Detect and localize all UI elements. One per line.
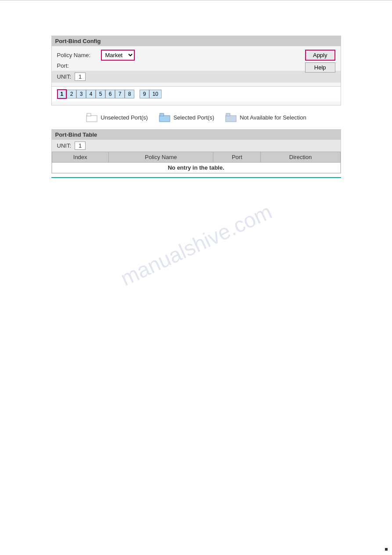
col-policy-name: Policy Name — [108, 152, 213, 163]
policy-name-dropdown[interactable]: Market Default Custom — [102, 51, 134, 60]
table-unit-row: UNIT: 1 — [52, 140, 341, 152]
table-section-title: Port-Bind Table — [52, 130, 341, 140]
svg-rect-1 — [87, 113, 91, 116]
config-body: Policy Name: Market Default Custom Port:… — [52, 46, 341, 105]
port-row: Port: — [57, 62, 335, 69]
no-entry-text: No entry in the table. — [52, 163, 340, 173]
apply-help-buttons: Apply Help — [305, 50, 335, 73]
port-bind-table-section: Port-Bind Table UNIT: 1 Index Policy Nam… — [51, 129, 341, 174]
table-unit-value: 1 — [75, 141, 86, 150]
help-button[interactable]: Help — [305, 62, 335, 73]
unit-value: 1 — [75, 73, 86, 81]
unselected-port-icon — [86, 112, 98, 122]
port-btn-1[interactable]: 1 — [57, 89, 67, 99]
port-btn-2[interactable]: 2 — [67, 90, 76, 98]
selected-port-label: Selected Port(s) — [173, 114, 214, 121]
port-buttons: 1 2 3 4 5 6 7 8 9 10 — [57, 89, 335, 99]
col-index: Index — [52, 152, 108, 163]
apply-button[interactable]: Apply — [305, 50, 335, 61]
legend-unselected: Unselected Port(s) — [86, 112, 148, 122]
bottom-border — [51, 177, 341, 178]
selected-port-icon — [158, 112, 171, 122]
svg-rect-4 — [226, 116, 236, 122]
legend-selected: Selected Port(s) — [158, 112, 214, 122]
port-btn-9[interactable]: 9 — [140, 90, 149, 98]
col-port: Port — [213, 152, 261, 163]
config-section-title: Port-Bind Config — [52, 36, 341, 46]
port-btn-7[interactable]: 7 — [115, 90, 125, 98]
policy-name-row: Policy Name: Market Default Custom — [57, 50, 335, 61]
port-btn-10[interactable]: 10 — [149, 90, 161, 98]
port-label: Port: — [57, 62, 101, 69]
port-bind-config-section: Port-Bind Config Policy Name: Market Def… — [51, 36, 341, 105]
policy-name-select-wrapper[interactable]: Market Default Custom — [101, 50, 135, 61]
unselected-port-label: Unselected Port(s) — [101, 114, 148, 121]
svg-rect-5 — [226, 113, 230, 116]
port-btn-5[interactable]: 5 — [96, 90, 105, 98]
svg-rect-3 — [160, 113, 164, 116]
svg-rect-2 — [159, 116, 170, 122]
port-btn-4[interactable]: 4 — [86, 90, 96, 98]
legend-unavailable: Not Available for Selection — [225, 112, 306, 122]
port-bind-table: Index Policy Name Port Direction No entr… — [52, 152, 341, 173]
watermark: manualshive.com — [117, 200, 276, 291]
unavailable-port-icon — [225, 112, 237, 122]
col-direction: Direction — [261, 152, 340, 163]
table-unit-label: UNIT: — [57, 142, 72, 149]
port-btn-8[interactable]: 8 — [125, 90, 134, 98]
svg-rect-0 — [86, 116, 97, 122]
table-row-empty: No entry in the table. — [52, 163, 340, 173]
port-grid-wrapper: 1 2 3 4 5 6 7 8 9 10 — [52, 86, 341, 102]
page-dot — [385, 548, 388, 551]
unit-row: UNIT: 1 — [52, 71, 341, 83]
unit-label: UNIT: — [57, 73, 72, 80]
port-btn-6[interactable]: 6 — [105, 90, 115, 98]
unavailable-port-label: Not Available for Selection — [240, 114, 306, 121]
legend-section: Unselected Port(s) Selected Port(s) Not … — [51, 112, 341, 122]
port-btn-3[interactable]: 3 — [76, 90, 86, 98]
policy-name-label: Policy Name: — [57, 52, 101, 58]
